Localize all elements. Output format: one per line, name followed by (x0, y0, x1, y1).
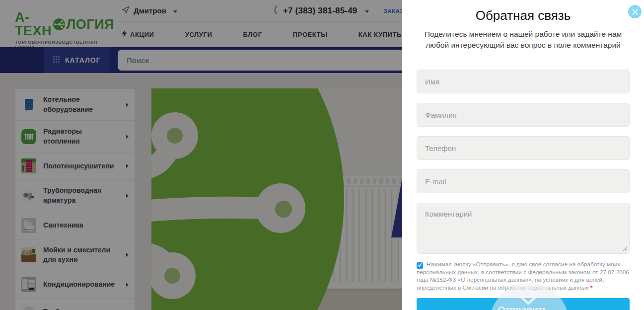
name-field[interactable] (417, 70, 630, 93)
phone-field[interactable] (417, 136, 630, 160)
consent-checkbox[interactable] (417, 262, 423, 269)
consent-row: Нажимая кнопку «Отправить», я даю свое с… (417, 261, 630, 292)
modal-title: Обратная связь (417, 8, 630, 23)
surname-field[interactable] (417, 103, 630, 127)
page: А-ТЕХНЛОГИЯ ТОРГОВО-ПРОИЗВОДСТВЕННАЯ ГРУ… (0, 0, 644, 310)
modal-description: Поделитесь мнением о нашей работе или за… (417, 29, 630, 51)
check-icon (418, 263, 422, 267)
email-field[interactable] (417, 169, 630, 193)
close-button[interactable] (628, 5, 642, 18)
consent-text: Нажимая кнопку «Отправить», я даю свое с… (417, 261, 629, 291)
close-icon (632, 9, 638, 15)
comment-field-wrap (417, 203, 630, 254)
submit-button[interactable]: Отправить (417, 298, 630, 310)
required-asterisk: * (590, 284, 593, 291)
comment-field[interactable] (417, 203, 630, 254)
feedback-modal: Обратная связь Поделитесь мнением о наше… (402, 0, 644, 310)
